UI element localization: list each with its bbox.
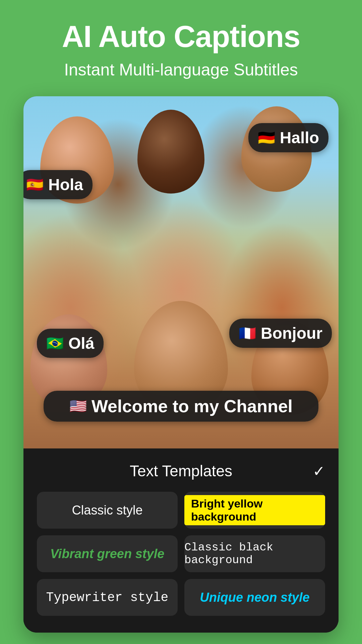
text-bonjour: Bonjour [261,324,322,342]
text-hallo: Hallo [280,128,319,147]
templates-title: Text Templates [130,462,232,480]
text-ola: Olá [68,334,94,353]
template-black-bg-label: Classic black background [184,541,325,567]
bubble-hola: 🇪🇸 Hola [23,170,93,199]
template-yellow-label: Bright yellow background [184,495,325,525]
bubble-hallo: 🇩🇪 Hallo [248,123,328,152]
template-typewriter-label: Typewriter style [46,590,169,605]
templates-grid: Classic style Bright yellow background V… [37,492,325,616]
template-green-label: Vibrant green style [50,547,165,561]
template-green[interactable]: Vibrant green style [37,535,178,572]
templates-header: Text Templates ✓ [37,462,325,480]
bubble-bonjour: 🇫🇷 Bonjour [229,319,332,348]
text-hola: Hola [48,175,83,194]
flag-spanish: 🇪🇸 [26,178,44,192]
template-yellow[interactable]: Bright yellow background [184,492,325,529]
text-welcome: Welcome to my Channel [92,396,293,416]
template-neon-label: Unique neon style [200,590,309,605]
bottom-panel: Text Templates ✓ Classic style Bright ye… [23,448,339,633]
page-title: AI Auto Captions [62,20,300,53]
flag-french: 🇫🇷 [239,326,256,340]
template-classic[interactable]: Classic style [37,492,178,529]
flag-brazilian: 🇧🇷 [46,336,64,351]
bubble-ola: 🇧🇷 Olá [37,329,104,358]
check-icon[interactable]: ✓ [313,463,325,480]
template-black-bg[interactable]: Classic black background [184,535,325,572]
template-classic-label: Classic style [72,503,142,518]
template-typewriter[interactable]: Typewriter style [37,579,178,616]
page-subtitle: Instant Multi-language Subtitles [64,60,298,79]
template-neon[interactable]: Unique neon style [184,579,325,616]
bubble-welcome: 🇺🇸 Welcome to my Channel [44,391,318,422]
flag-german: 🇩🇪 [258,131,275,145]
page-wrapper: AI Auto Captions Instant Multi-language … [0,0,362,644]
photo-area: 🇩🇪 Hallo 🇪🇸 Hola 🇫🇷 Bonjour 🇧🇷 Olá 🇺🇸 [23,96,339,448]
flag-us: 🇺🇸 [69,399,87,413]
phone-card: 🇩🇪 Hallo 🇪🇸 Hola 🇫🇷 Bonjour 🇧🇷 Olá 🇺🇸 [23,96,339,633]
